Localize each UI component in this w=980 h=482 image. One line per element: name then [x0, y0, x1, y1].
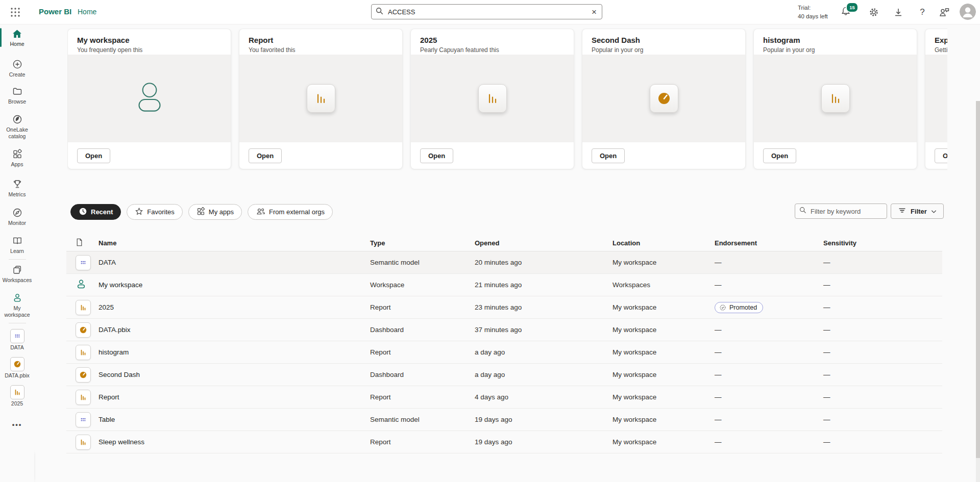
sidebar-item-onelake-catalog[interactable]: OneLake catalog — [0, 114, 34, 140]
account-avatar[interactable] — [960, 4, 976, 20]
card-title: My workspace — [77, 36, 222, 44]
search-icon — [799, 207, 806, 216]
filter-button[interactable]: Filter — [891, 204, 944, 219]
card-title: 2025 — [420, 36, 565, 44]
sidebar-item-datapbix-dashboard[interactable]: DATA.pbix — [0, 358, 34, 379]
report-bars-icon — [478, 84, 507, 113]
onelake-swirl-icon — [0, 114, 34, 125]
table-row[interactable]: DATA.pbix Dashboard 37 minutes ago My wo… — [66, 319, 942, 341]
tab-favorites[interactable]: Favorites — [127, 204, 182, 220]
card-preview — [239, 55, 402, 142]
table-row[interactable]: Second Dash Dashboard a day ago My works… — [66, 364, 942, 386]
recent-items-table: Name Type Opened Location Endorsement Se… — [66, 235, 942, 453]
search-clear-icon[interactable]: × — [591, 8, 598, 16]
semantic-model-icon — [0, 329, 34, 343]
open-button[interactable]: Open — [763, 148, 796, 163]
download-icon — [893, 7, 903, 17]
workspace-person-icon — [76, 284, 87, 291]
column-header-sensitivity[interactable]: Sensitivity — [823, 239, 942, 247]
card-2025[interactable]: 2025 Pearly Capuyan featured this Open — [410, 29, 574, 169]
person-outline-icon — [130, 79, 169, 118]
card-second-dash[interactable]: Second Dash Popular in your org Open — [582, 29, 746, 169]
column-header-endorsement[interactable]: Endorsement — [715, 239, 823, 247]
sidebar-item-workspaces[interactable]: Workspaces — [0, 264, 34, 284]
vertical-scrollbar-thumb[interactable] — [976, 101, 980, 458]
table-row[interactable]: DATA Semantic model 20 minutes ago My wo… — [66, 251, 942, 274]
sidebar-item-home[interactable]: Home — [0, 28, 34, 47]
column-header-type[interactable]: Type — [370, 239, 475, 247]
download-button[interactable] — [892, 6, 904, 18]
dashboard-gauge-icon — [76, 322, 91, 338]
table-row[interactable]: Table Semantic model 19 days ago My work… — [66, 409, 942, 431]
filter-keyword-input[interactable] — [810, 207, 883, 216]
open-button[interactable]: Open — [77, 148, 110, 163]
card-report[interactable]: Report You favorited this Open — [239, 29, 403, 169]
report-bars-icon — [76, 345, 91, 360]
sidebar-item-create[interactable]: Create — [0, 59, 34, 78]
sidebar-item-metrics[interactable]: Metrics — [0, 179, 34, 198]
feedback-button[interactable] — [938, 6, 950, 18]
sidebar-item-my-workspace[interactable]: My workspace — [0, 292, 34, 318]
table-row[interactable]: histogram Report a day ago My workspace … — [66, 341, 942, 364]
workspaces-stack-icon — [0, 264, 34, 275]
breadcrumb[interactable]: Home — [78, 8, 96, 16]
column-header-opened[interactable]: Opened — [475, 239, 612, 247]
card-subtitle: You frequently open this — [77, 46, 222, 54]
settings-button[interactable] — [868, 6, 880, 18]
tab-from-external-orgs[interactable]: From external orgs — [248, 204, 333, 220]
notifications-button[interactable]: 15 — [840, 6, 852, 18]
global-search: × — [371, 4, 602, 19]
column-header-location[interactable]: Location — [612, 239, 715, 247]
open-button[interactable]: Open — [420, 148, 453, 163]
table-row[interactable]: Report Report 4 days ago My workspace — … — [66, 386, 942, 409]
report-bars-icon — [307, 84, 335, 113]
column-header-item-type[interactable] — [76, 238, 99, 248]
star-icon — [135, 207, 143, 217]
tab-my-apps[interactable]: My apps — [188, 204, 242, 220]
dashboard-gauge-icon — [76, 367, 91, 383]
trial-status: Trial: 40 days left — [798, 4, 828, 20]
file-icon — [76, 238, 83, 247]
semantic-model-icon — [76, 255, 91, 270]
report-bars-icon — [76, 390, 91, 405]
tab-recent[interactable]: Recent — [70, 204, 121, 220]
sidebar-more-button[interactable]: ••• — [0, 421, 34, 428]
card-histogram[interactable]: histogram Popular in your org Open — [753, 29, 917, 169]
home-icon — [0, 28, 34, 39]
table-row[interactable]: My workspace Workspace 21 minutes ago Wo… — [66, 274, 942, 296]
search-input[interactable] — [387, 8, 591, 16]
help-button[interactable]: ? — [916, 6, 928, 18]
app-title[interactable]: Power BI — [39, 7, 71, 16]
compass-icon — [0, 207, 34, 218]
sidebar-item-data-semantic-model[interactable]: DATA — [0, 329, 34, 351]
sidebar-item-monitor[interactable]: Monitor — [0, 207, 34, 226]
card-my-workspace[interactable]: My workspace You frequently open this Op… — [67, 29, 231, 169]
dashboard-gauge-icon — [650, 84, 678, 113]
app-launcher-waffle-icon[interactable] — [9, 6, 21, 18]
plus-circle-icon — [0, 59, 34, 70]
person-workspace-icon — [0, 292, 34, 303]
card-title: histogram — [763, 36, 908, 44]
sidebar-item-2025-report[interactable]: 2025 — [0, 386, 34, 407]
table-header-row: Name Type Opened Location Endorsement Se… — [66, 235, 942, 251]
top-bar: Power BI Home × Trial: 40 days left 15 ? — [0, 0, 980, 24]
card-title: Report — [249, 36, 393, 44]
card-subtitle: Popular in your org — [763, 46, 908, 54]
sidebar-item-browse[interactable]: Browse — [0, 86, 34, 105]
open-button[interactable]: Op — [935, 148, 947, 163]
recommended-cards-strip: My workspace You frequently open this Op… — [67, 29, 947, 170]
filter-by-keyword — [795, 204, 887, 219]
sidebar-item-learn[interactable]: Learn — [0, 235, 34, 255]
apps-box-icon — [197, 207, 205, 217]
dashboard-gauge-icon — [0, 358, 34, 371]
column-header-name[interactable]: Name — [99, 239, 370, 247]
sidebar-item-apps[interactable]: Apps — [0, 148, 34, 168]
card-subtitle: Gettin — [935, 46, 947, 54]
card-explore-clipped[interactable]: Explo Gettin Op — [925, 29, 947, 169]
open-button[interactable]: Open — [249, 148, 282, 163]
table-row[interactable]: 2025 Report 23 minutes ago My workspace … — [66, 296, 942, 319]
question-mark-icon: ? — [920, 7, 924, 17]
open-button[interactable]: Open — [592, 148, 625, 163]
endorsement-badge: Promoted — [715, 302, 763, 313]
table-row[interactable]: Sleep wellness Report 19 days ago My wor… — [66, 431, 942, 453]
